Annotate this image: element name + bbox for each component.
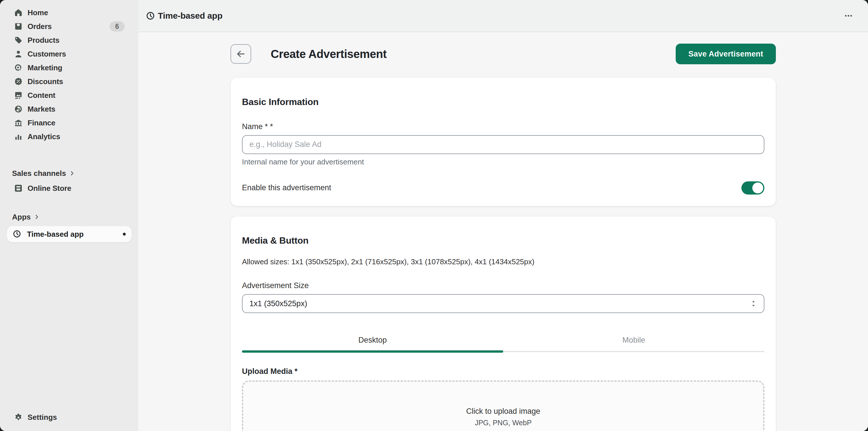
- media-button-card: Media & Button Allowed sizes: 1x1 (350x5…: [230, 216, 776, 431]
- enable-toggle[interactable]: [741, 181, 764, 194]
- sidebar-item-label: Products: [28, 36, 59, 45]
- clock-icon: [146, 11, 155, 20]
- sidebar-item-products[interactable]: Products: [7, 33, 131, 47]
- globe-dollar-icon: $: [14, 104, 23, 114]
- toggle-knob: [752, 183, 763, 193]
- sidebar-item-content[interactable]: Content: [7, 88, 131, 102]
- sidebar-item-label: Marketing: [28, 63, 62, 72]
- save-advertisement-button[interactable]: Save Advertisement: [676, 43, 776, 64]
- sidebar-item-markets[interactable]: $ Markets: [7, 102, 131, 116]
- chevron-right-icon: [69, 170, 75, 177]
- enable-toggle-label: Enable this advertisement: [242, 183, 331, 192]
- more-actions-button[interactable]: [842, 9, 856, 23]
- apps-label: Apps: [12, 213, 31, 221]
- tab-desktop-label: Desktop: [358, 336, 386, 345]
- storefront-icon: [14, 184, 23, 193]
- select-spinner-icon: [750, 300, 757, 308]
- app-surface: Home Orders 6 Products Customers M: [0, 0, 868, 431]
- tab-desktop[interactable]: Desktop: [242, 329, 503, 351]
- active-tab-underline: [242, 350, 503, 353]
- sidebar-item-label: Content: [28, 91, 55, 100]
- orders-icon: [14, 22, 23, 31]
- tab-mobile[interactable]: Mobile: [503, 329, 764, 351]
- apps-header[interactable]: Apps: [7, 210, 131, 224]
- page-title: Create Advertisement: [271, 48, 386, 61]
- advertisement-size-select[interactable]: 1x1 (350x525px): [242, 294, 764, 313]
- target-cursor-icon: [14, 63, 23, 72]
- sidebar-item-label: Discounts: [28, 77, 63, 86]
- sidebar-item-label: Time-based app: [27, 230, 84, 239]
- page-header: Create Advertisement Save Advertisement: [230, 44, 776, 64]
- name-field-label: Name * *: [242, 122, 764, 131]
- sidebar-item-label: Online Store: [28, 184, 71, 193]
- back-button[interactable]: [230, 44, 251, 64]
- bar-chart-icon: [14, 132, 23, 141]
- media-button-heading: Media & Button: [242, 235, 764, 246]
- sidebar-item-label: Home: [28, 8, 48, 17]
- sidebar-item-orders[interactable]: Orders 6: [7, 20, 131, 33]
- upload-media-label: Upload Media *: [242, 367, 764, 376]
- orders-count-badge: 6: [110, 21, 125, 32]
- sidebar-item-label: Markets: [28, 105, 55, 114]
- sidebar-item-label: Customers: [28, 50, 66, 59]
- sidebar-item-time-based-app[interactable]: Time-based app: [7, 226, 131, 242]
- sidebar-item-label: Settings: [28, 413, 57, 422]
- person-icon: [14, 49, 23, 59]
- allowed-sizes-text: Allowed sizes: 1x1 (350x525px), 2x1 (716…: [242, 257, 764, 266]
- home-icon: [14, 8, 23, 17]
- basic-information-heading: Basic Information: [242, 97, 764, 107]
- sidebar-item-customers[interactable]: Customers: [7, 47, 131, 61]
- horizontal-dots-icon: [844, 11, 853, 20]
- sales-channels-label: Sales channels: [12, 169, 66, 178]
- arrow-left-icon: [236, 49, 246, 59]
- upload-formats: JPG, PNG, WebP: [475, 419, 532, 427]
- sidebar: Home Orders 6 Products Customers M: [0, 0, 138, 431]
- upload-instruction: Click to upload image: [466, 407, 540, 416]
- app-title: Time-based app: [158, 11, 222, 21]
- sales-channels-header[interactable]: Sales channels: [7, 166, 131, 180]
- notification-dot: [123, 233, 126, 236]
- advertisement-size-label: Advertisement Size: [242, 281, 764, 290]
- gear-icon: [14, 413, 23, 422]
- tag-icon: [14, 36, 23, 45]
- main-area: Time-based app Create Advertisement Save…: [138, 0, 868, 431]
- advertisement-size-value: 1x1 (350x525px): [249, 299, 307, 308]
- basic-information-card: Basic Information Name * * Internal name…: [230, 78, 776, 206]
- sidebar-spacer: [0, 242, 138, 409]
- chevron-right-icon: [34, 214, 40, 220]
- clock-icon: [12, 229, 22, 239]
- sidebar-item-finance[interactable]: Finance: [7, 116, 131, 130]
- sidebar-item-label: Analytics: [28, 132, 60, 141]
- sidebar-item-online-store[interactable]: Online Store: [7, 181, 131, 195]
- upload-dropzone[interactable]: Click to upload image JPG, PNG, WebP: [242, 380, 764, 431]
- sidebar-item-settings[interactable]: Settings: [7, 409, 131, 425]
- svg-text:$: $: [18, 107, 21, 112]
- page-content: Create Advertisement Save Advertisement …: [138, 32, 868, 431]
- enable-toggle-row: Enable this advertisement: [242, 181, 764, 194]
- image-icon: [14, 91, 23, 100]
- name-input[interactable]: [242, 135, 764, 154]
- sidebar-item-home[interactable]: Home: [7, 6, 131, 20]
- name-help-text: Internal name for your advertisement: [242, 157, 764, 166]
- tab-mobile-label: Mobile: [622, 336, 645, 345]
- sidebar-item-discounts[interactable]: Discounts: [7, 74, 131, 88]
- sidebar-item-analytics[interactable]: Analytics: [7, 130, 131, 144]
- sidebar-item-label: Finance: [28, 119, 55, 127]
- app-topbar: Time-based app: [138, 0, 868, 32]
- bank-icon: [14, 118, 23, 127]
- sidebar-item-label: Orders: [28, 22, 52, 31]
- sidebar-item-marketing[interactable]: Marketing: [7, 61, 131, 74]
- discount-seal-icon: [14, 77, 23, 86]
- preview-tabs: Desktop Mobile: [242, 329, 764, 352]
